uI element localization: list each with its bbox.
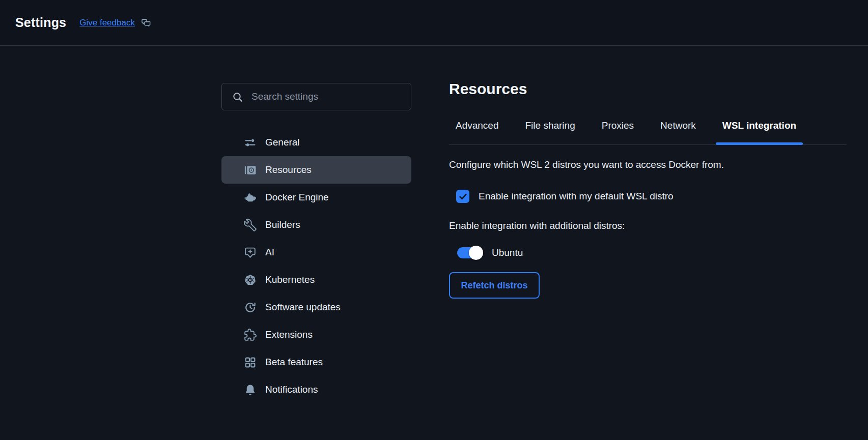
kubernetes-helm-icon	[243, 273, 257, 286]
sidebar-item-label: Notifications	[265, 384, 318, 395]
sidebar-item-beta-features[interactable]: Beta features	[221, 348, 411, 376]
ubuntu-toggle[interactable]	[457, 247, 482, 258]
resources-panel: Resources Advanced File sharing Proxies …	[449, 80, 847, 299]
engine-icon	[243, 191, 257, 204]
clock-update-icon	[243, 301, 257, 314]
bell-icon	[243, 383, 257, 396]
search-settings-input[interactable]	[221, 83, 411, 110]
refetch-distros-button[interactable]: Refetch distros	[449, 272, 540, 299]
sliders-icon	[243, 136, 257, 149]
sidebar-item-label: Builders	[265, 219, 300, 230]
sidebar-item-label: AI	[265, 247, 274, 258]
tab-file-sharing[interactable]: File sharing	[519, 119, 582, 144]
sidebar-item-general[interactable]: General	[221, 129, 411, 156]
sidebar-item-label: Kubernetes	[265, 274, 315, 285]
resources-tabs: Advanced File sharing Proxies Network WS…	[449, 119, 847, 145]
sidebar-item-label: Resources	[265, 164, 312, 175]
sidebar-item-kubernetes[interactable]: Kubernetes	[221, 266, 411, 294]
sidebar-item-label: Extensions	[265, 329, 313, 340]
distro-name-label: Ubuntu	[492, 247, 523, 258]
ai-sparkle-bubble-icon	[243, 246, 257, 259]
tab-proxies[interactable]: Proxies	[595, 119, 640, 144]
sidebar-item-software-updates[interactable]: Software updates	[221, 294, 411, 321]
tab-wsl-integration[interactable]: WSL integration	[716, 119, 803, 144]
check-icon	[456, 190, 469, 203]
additional-distros-label: Enable integration with additional distr…	[449, 219, 847, 232]
toggle-knob	[469, 246, 483, 260]
sidebar-item-label: Beta features	[265, 357, 323, 368]
docker-desktop-settings-window: Settings Give feedback	[0, 0, 868, 440]
default-distro-checkbox[interactable]	[456, 190, 469, 203]
section-title: Resources	[449, 80, 847, 98]
gauge-icon	[243, 163, 257, 177]
give-feedback-label: Give feedback	[79, 18, 135, 28]
give-feedback-link[interactable]: Give feedback	[79, 16, 152, 30]
settings-menu: General Resources	[221, 129, 411, 403]
sidebar-item-label: Docker Engine	[265, 192, 329, 203]
sidebar-item-resources[interactable]: Resources	[221, 156, 411, 184]
default-distro-label: Enable integration with my default WSL d…	[479, 191, 674, 202]
tab-advanced[interactable]: Advanced	[449, 119, 506, 144]
default-distro-row: Enable integration with my default WSL d…	[456, 190, 847, 203]
puzzle-icon	[243, 328, 257, 341]
tab-network[interactable]: Network	[654, 119, 703, 144]
search-settings-box	[221, 83, 411, 110]
sidebar-item-notifications[interactable]: Notifications	[221, 376, 411, 403]
sidebar-item-label: Software updates	[265, 302, 341, 313]
distro-toggle-row: Ubuntu	[457, 246, 847, 260]
settings-sidebar: General Resources	[221, 83, 411, 403]
wrench-icon	[243, 218, 257, 231]
sidebar-item-extensions[interactable]: Extensions	[221, 321, 411, 348]
grid-icon	[243, 356, 257, 369]
settings-header: Settings Give feedback	[0, 0, 868, 46]
sidebar-item-label: General	[265, 137, 300, 148]
search-icon	[231, 91, 244, 104]
feedback-bubbles-icon	[139, 16, 152, 30]
sidebar-item-docker-engine[interactable]: Docker Engine	[221, 184, 411, 211]
sidebar-item-builders[interactable]: Builders	[221, 211, 411, 239]
page-title: Settings	[15, 15, 66, 30]
wsl-description: Configure which WSL 2 distros you want t…	[449, 158, 847, 171]
sidebar-item-ai[interactable]: AI	[221, 239, 411, 266]
